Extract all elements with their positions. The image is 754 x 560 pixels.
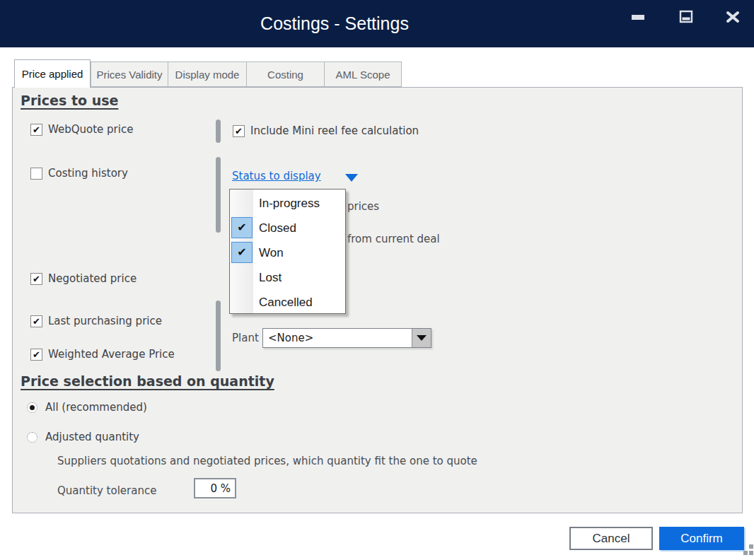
tab-display-mode[interactable]: Display mode	[168, 62, 247, 87]
status-option-closed[interactable]: ✔ Closed	[230, 216, 345, 240]
minimize-icon	[631, 10, 645, 24]
check-icon: ✔	[33, 274, 40, 284]
checkbox-row-negotiated-price[interactable]: ✔ Negotiated price	[30, 272, 137, 285]
all-recommended-radio[interactable]	[27, 402, 37, 413]
plant-dropdown-button[interactable]	[412, 329, 431, 347]
cancel-button[interactable]: Cancel	[569, 527, 653, 550]
quantity-tolerance-input[interactable]	[194, 478, 236, 498]
confirm-button-label: Confirm	[680, 532, 723, 546]
column-divider	[216, 301, 221, 371]
tab-label: AML Scope	[336, 69, 390, 81]
tab-content-panel: Prices to use ✔ WebQuote price ✔ Costing…	[12, 87, 743, 513]
adjusted-quantity-radio[interactable]	[27, 432, 37, 443]
check-icon: ✔	[237, 247, 246, 258]
checkbox-row-last-purchasing-price[interactable]: ✔ Last purchasing price	[30, 315, 162, 327]
quantity-tolerance-label: Quantity tolerance	[57, 484, 156, 497]
checkbox-label: Negotiated price	[48, 272, 137, 285]
column-divider	[216, 119, 221, 143]
check-icon: ✔	[237, 222, 246, 233]
section-heading-prices-to-use: Prices to use	[21, 93, 118, 108]
resize-grip[interactable]	[743, 551, 748, 555]
radio-dot	[30, 405, 35, 410]
plant-label: Plant	[232, 332, 259, 344]
plant-select[interactable]: <None>	[262, 328, 431, 348]
checkbox-label: Costing history	[48, 167, 128, 180]
check-icon: ✔	[33, 125, 40, 134]
chevron-down-icon[interactable]	[345, 174, 358, 182]
checkbox-label: Last purchasing price	[48, 315, 162, 327]
close-icon	[726, 10, 740, 24]
confirm-button[interactable]: Confirm	[659, 527, 744, 550]
checkbox-row-costing-history[interactable]: ✔ Costing history	[30, 167, 128, 180]
status-option-won[interactable]: ✔ Won	[230, 240, 345, 265]
negotiated-price-checkbox[interactable]: ✔	[30, 273, 42, 285]
tab-costing[interactable]: Costing	[246, 62, 325, 87]
checkbox-label: Weighted Average Price	[48, 348, 175, 361]
status-to-display-link[interactable]: Status to display	[232, 170, 321, 182]
title-bar: Costings - Settings	[0, 0, 754, 47]
status-option-in-progress[interactable]: ✔ In-progress	[230, 191, 345, 216]
check-icon: ✔	[33, 350, 40, 359]
option-checkbox[interactable]: ✔	[231, 242, 253, 263]
tab-label: Prices Validity	[96, 69, 162, 81]
radio-row-all-recommended[interactable]: All (recommended)	[27, 401, 147, 414]
option-checkbox[interactable]: ✔	[231, 217, 253, 238]
resize-grip[interactable]	[749, 551, 753, 555]
option-label: Closed	[259, 221, 296, 235]
tab-label: Price applied	[22, 68, 83, 80]
maximize-button[interactable]	[673, 4, 699, 30]
occluded-label-prices: prices	[347, 200, 379, 213]
settings-dialog: Costings - Settings Price applied Prices…	[0, 0, 754, 560]
close-button[interactable]	[720, 4, 746, 30]
maximize-icon	[679, 10, 693, 24]
tab-aml-scope[interactable]: AML Scope	[324, 62, 402, 87]
resize-grip[interactable]	[749, 544, 753, 549]
checkbox-label: Include Mini reel fee calculation	[250, 124, 419, 137]
tab-label: Costing	[267, 69, 303, 81]
tab-price-applied[interactable]: Price applied	[14, 59, 91, 88]
option-label: Won	[259, 246, 284, 260]
status-option-lost[interactable]: ✔ Lost	[230, 265, 345, 290]
chevron-down-icon	[417, 335, 427, 341]
tab-prices-validity[interactable]: Prices Validity	[91, 62, 168, 87]
dialog-title: Costings - Settings	[0, 0, 669, 47]
status-option-cancelled[interactable]: ✔ Cancelled	[230, 290, 345, 315]
plant-selected-value: <None>	[268, 332, 313, 344]
status-dropdown-list: ✔ In-progress ✔ Closed ✔ Won ✔ Lost ✔ Ca…	[229, 189, 346, 314]
checkbox-label: WebQuote price	[48, 123, 133, 136]
checkbox-row-webquote-price[interactable]: ✔ WebQuote price	[30, 123, 133, 136]
check-icon: ✔	[235, 127, 243, 136]
occluded-label-from-current-deal: from current deal	[347, 233, 440, 245]
option-label: Lost	[259, 271, 282, 285]
section-heading-price-selection: Price selection based on quantity	[21, 373, 274, 389]
column-divider	[216, 157, 221, 233]
radio-label: Adjusted quantity	[45, 431, 139, 443]
last-purchasing-price-checkbox[interactable]: ✔	[30, 315, 42, 327]
webquote-price-checkbox[interactable]: ✔	[30, 124, 42, 136]
checkbox-row-include-mini-reel[interactable]: ✔ Include Mini reel fee calculation	[233, 124, 419, 137]
option-label: Cancelled	[259, 296, 313, 310]
check-icon: ✔	[33, 317, 40, 326]
adjusted-quantity-description: Suppliers quotations and negotiated pric…	[57, 455, 477, 467]
tab-label: Display mode	[175, 69, 240, 81]
costing-history-checkbox[interactable]: ✔	[30, 168, 42, 180]
weighted-average-price-checkbox[interactable]: ✔	[30, 349, 42, 361]
radio-label: All (recommended)	[45, 401, 147, 414]
include-mini-reel-checkbox[interactable]: ✔	[233, 125, 245, 137]
minimize-button[interactable]	[625, 4, 651, 30]
option-label: In-progress	[259, 197, 320, 211]
radio-row-adjusted-quantity[interactable]: Adjusted quantity	[27, 431, 139, 443]
cancel-button-label: Cancel	[593, 532, 630, 546]
checkbox-row-weighted-average-price[interactable]: ✔ Weighted Average Price	[30, 348, 175, 361]
